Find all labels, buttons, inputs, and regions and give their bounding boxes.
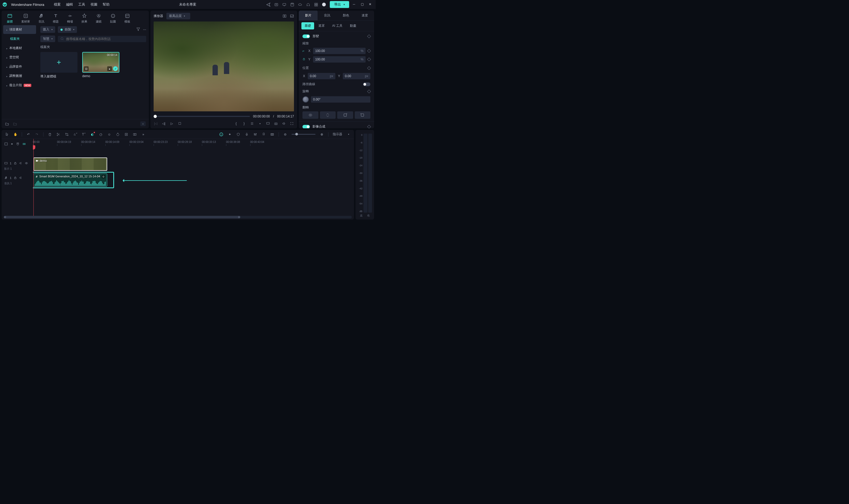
render-icon[interactable] — [270, 132, 274, 137]
headphones-icon[interactable] — [306, 2, 310, 7]
scale-y-input[interactable]: 100.00% — [313, 56, 366, 62]
media-card-demo[interactable]: 00:00:14 ⊡ ▸ ✓ demo — [82, 52, 119, 79]
menu-edit[interactable]: 編輯 — [66, 2, 73, 7]
keyframe-icon[interactable] — [367, 34, 371, 38]
mark-out-icon[interactable]: } — [242, 122, 246, 126]
crop-icon[interactable] — [65, 132, 69, 137]
marker-list-icon[interactable] — [250, 122, 254, 126]
video-clip[interactable]: demo — [33, 158, 107, 171]
playhead[interactable] — [33, 139, 34, 216]
tab-titles[interactable]: 標題 — [53, 13, 59, 23]
record-dropdown[interactable]: 錄製▾ — [58, 26, 77, 33]
more-icon[interactable]: ⋯ — [143, 28, 146, 32]
path-curve-toggle[interactable] — [363, 83, 370, 86]
delete-icon[interactable] — [48, 132, 52, 137]
maximize-button[interactable]: ▢ — [361, 2, 365, 7]
keyframe-icon[interactable] — [367, 57, 371, 61]
collapse-button[interactable]: ‹ — [140, 122, 146, 126]
menu-file[interactable]: 檔案 — [54, 2, 61, 7]
rp-sub-ai[interactable]: AI 工具 — [329, 22, 346, 30]
scrollbar-thumb[interactable] — [4, 216, 240, 218]
sidebar-item-brand[interactable]: 品牌套件 — [3, 62, 36, 71]
chevron-down-icon[interactable]: ▾ — [258, 122, 262, 126]
rp-tab-video[interactable]: 影片 — [299, 11, 317, 20]
lock-icon[interactable] — [14, 176, 17, 179]
import-media-card[interactable]: + 導入媒體檔 — [40, 52, 77, 79]
menu-help[interactable]: 幫助 — [103, 2, 109, 7]
apps-icon[interactable] — [314, 2, 318, 7]
snapshot-icon[interactable] — [274, 122, 278, 126]
speed-icon[interactable] — [99, 132, 103, 137]
sidebar-item-cloud[interactable]: 雲空間 — [3, 53, 36, 62]
sidebar-item-local[interactable]: 本地素材 — [3, 44, 36, 53]
mic-icon[interactable] — [245, 132, 249, 137]
tab-effects[interactable]: 效果 — [82, 13, 87, 23]
save-icon[interactable] — [290, 2, 294, 7]
keyframe-icon[interactable] — [367, 89, 371, 93]
mixer-icon[interactable] — [253, 132, 257, 137]
chevron-down-icon[interactable]: ▾ — [346, 132, 351, 137]
rp-sub-basic[interactable]: 基礎 — [301, 22, 314, 30]
quality-dropdown[interactable]: 最高品質▾ — [166, 13, 190, 19]
export-button[interactable]: 導出▾ — [330, 1, 349, 8]
volume-icon[interactable] — [282, 122, 286, 126]
ripple-icon[interactable] — [22, 142, 26, 147]
video-track[interactable]: demo — [33, 158, 354, 171]
text-icon[interactable]: T˅ — [82, 132, 86, 137]
rotate-cw-button[interactable] — [337, 111, 353, 119]
audio-track-header[interactable]: 1 — [4, 175, 31, 181]
shield-icon[interactable] — [236, 132, 240, 137]
sidebar-item-folder[interactable]: 檔案夾 — [3, 34, 36, 43]
menu-tools[interactable]: 工具 — [78, 2, 85, 7]
avatar[interactable] — [322, 2, 326, 7]
magnet-icon[interactable] — [16, 142, 20, 147]
lock-icon[interactable] — [302, 57, 306, 61]
smile-icon[interactable]: ☺ — [107, 132, 111, 137]
scale-x-input[interactable]: 100.00% — [313, 48, 366, 54]
mark-in-icon[interactable]: { — [234, 122, 238, 126]
detect-icon[interactable] — [124, 132, 128, 137]
eye-icon[interactable] — [25, 161, 28, 165]
image-icon[interactable] — [290, 14, 294, 18]
audio-track[interactable]: Smart BGM Generation_2024_10_12 15-14-04… — [33, 174, 354, 187]
play-icon[interactable]: ▷ — [170, 122, 174, 126]
scrubber-handle[interactable] — [154, 115, 157, 118]
search-field[interactable] — [66, 37, 143, 41]
music-note-icon[interactable]: ♫˅ — [73, 132, 77, 137]
flip-vertical-button[interactable] — [320, 111, 336, 119]
tab-media[interactable]: 媒體 — [7, 13, 13, 23]
more-icon[interactable]: » — [141, 132, 145, 137]
indicator-label[interactable]: 指示器 — [333, 132, 342, 137]
pointer-icon[interactable] — [5, 132, 9, 137]
tab-transitions[interactable]: 轉場 — [67, 13, 73, 23]
hand-icon[interactable]: ✋ — [13, 132, 18, 137]
sidebar-item-adjustment[interactable]: 調整圖層 — [3, 72, 36, 80]
timer-icon[interactable] — [116, 132, 120, 137]
lock-icon[interactable] — [14, 161, 17, 165]
timeline-ruler[interactable]: 00:0000:00:04:1900:00:09:1400:00:14:0900… — [33, 139, 354, 149]
rp-sub-animation[interactable]: 動畫 — [347, 22, 360, 30]
menu-view[interactable]: 視圖 — [90, 2, 97, 7]
close-button[interactable]: ✕ — [369, 2, 373, 7]
rp-tab-audio[interactable]: 音訊 — [317, 11, 336, 20]
folder-add-icon[interactable] — [13, 122, 17, 126]
fullscreen-icon[interactable] — [290, 122, 294, 126]
import-dropdown[interactable]: 匯入▾ — [40, 26, 55, 33]
zoom-slider[interactable] — [292, 134, 315, 135]
search-input[interactable] — [58, 36, 146, 42]
rotation-input[interactable]: 0.00° — [311, 96, 370, 103]
sidebar-item-project[interactable]: 項目素材 — [3, 25, 36, 34]
video-track-header[interactable]: 1 — [4, 160, 31, 166]
rp-tab-color[interactable]: 顏色 — [336, 11, 355, 20]
mute-icon[interactable] — [19, 176, 22, 179]
stop-icon[interactable]: ☐ — [177, 122, 182, 126]
flip-horizontal-button[interactable] — [302, 111, 318, 119]
link-icon[interactable]: ⌐ — [302, 49, 306, 53]
prev-frame-icon[interactable]: |◁ — [154, 122, 158, 126]
rp-tab-speed[interactable]: 速度 — [355, 11, 374, 20]
redo-icon[interactable]: ↷ — [35, 132, 39, 137]
send-icon[interactable] — [266, 2, 270, 7]
keyframe-icon[interactable] — [367, 66, 371, 70]
rotate-ccw-button[interactable] — [355, 111, 371, 119]
smart-dropdown[interactable]: 智慧▾ — [40, 36, 55, 42]
